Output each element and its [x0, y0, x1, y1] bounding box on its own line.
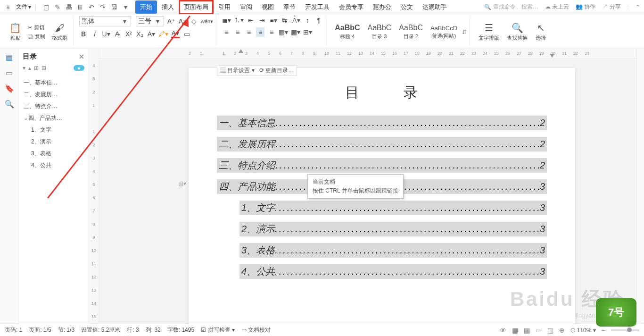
toc-entry[interactable]: 4、公共 ...................................… [239, 264, 547, 279]
writing-dir-icon[interactable]: Ả▾ [292, 17, 300, 24]
outline-item[interactable]: 1、文字 [21, 124, 86, 136]
shading-icon[interactable]: ▦▾ [279, 28, 288, 36]
borders-icon[interactable]: ▦▾ [291, 28, 300, 36]
paste-button[interactable]: 📋 粘贴 [7, 20, 24, 43]
insert-here-button[interactable]: ▤▾ [178, 180, 186, 187]
status-line[interactable]: 行: 3 [127, 326, 139, 334]
redo-icon[interactable]: ↷ [99, 3, 107, 11]
italic-icon[interactable]: I [91, 30, 99, 38]
outline-item[interactable]: ⌄四、产品功… [21, 112, 86, 124]
view-outline-icon[interactable]: ▤ [524, 327, 530, 334]
underline-icon[interactable]: U▾ [102, 30, 110, 38]
find-replace-button[interactable]: 🔍查找替换 [504, 20, 530, 43]
new-icon[interactable]: ▢ [42, 3, 50, 11]
status-col[interactable]: 列: 32 [146, 326, 161, 334]
align-right-icon[interactable]: ≡ [245, 28, 253, 36]
open-icon[interactable]: ✎ [53, 3, 62, 11]
outline-rail-icon[interactable]: ▤ [6, 53, 13, 62]
style-toc3[interactable]: AaBbC目录 3 [365, 23, 395, 41]
status-page[interactable]: 页面: 1/5 [29, 326, 51, 334]
nav-rail-icon[interactable]: ▭ [6, 68, 13, 77]
ruler-vertical[interactable]: 4321123456789101112131415 [89, 49, 99, 324]
distribute-icon[interactable]: ≡ [267, 28, 276, 36]
tab-insert[interactable]: 插入 [157, 0, 179, 14]
phonetic-icon[interactable]: wén▾ [201, 18, 213, 25]
tabs-icon[interactable]: ↹ [281, 17, 289, 24]
outline-item[interactable]: 三、特点介… [21, 101, 86, 112]
line-spacing-icon[interactable]: ≡▾ [269, 17, 278, 24]
view-fullwidth-icon[interactable]: ▥ [547, 327, 553, 334]
toc-entry[interactable]: 一、基本信息 .................................… [217, 116, 547, 130]
bullets-icon[interactable]: ≣▾ [222, 17, 231, 24]
cloud-btn[interactable]: ☁ 未上云 [545, 3, 569, 11]
para-marks-icon[interactable]: ¶ [314, 17, 323, 24]
copy-button[interactable]: ⿻复制 [26, 33, 47, 41]
status-setting[interactable]: 设置值: 5.2厘米 [81, 326, 120, 334]
status-page-no[interactable]: 页码: 1 [5, 326, 22, 334]
sort-icon[interactable]: ↕ [303, 17, 312, 24]
view-web-icon[interactable]: ▭ [536, 327, 542, 334]
ruler-horizontal[interactable]: 2112345678910111213141516171819202122232… [99, 49, 636, 59]
tab-huioffice[interactable]: 慧办公 [368, 0, 396, 14]
file-menu[interactable]: 文件 ▾ [14, 3, 33, 11]
zoom-level[interactable]: ⬡ 110% ▾ [570, 327, 595, 334]
zoom-slider[interactable] [611, 329, 639, 331]
bold-icon[interactable]: B [79, 30, 88, 38]
text-effect-icon[interactable]: A▾ [147, 30, 156, 38]
strikethrough-icon[interactable]: A̶ [113, 30, 122, 38]
toc-update-button[interactable]: ⟳ 更新目录… [259, 67, 294, 75]
tab-view[interactable]: 视图 [257, 0, 279, 14]
outline-item[interactable]: 2、演示 [21, 136, 86, 148]
close-icon[interactable]: ✕ [79, 53, 84, 60]
tab-references[interactable]: 引用 [214, 0, 235, 14]
format-painter-button[interactable]: 🖌 格式刷 [49, 21, 70, 43]
grow-font-icon[interactable]: A⁺ [167, 17, 175, 25]
print-icon[interactable]: 🖶 [65, 3, 73, 11]
status-section[interactable]: 节: 1/3 [58, 326, 74, 334]
superscript-icon[interactable]: X² [124, 30, 133, 38]
save-icon[interactable]: 🖫 [110, 3, 118, 11]
print-preview-icon[interactable]: 🗎 [76, 3, 84, 11]
toc-entry[interactable]: 3、表格 ...................................… [239, 243, 547, 258]
text-arrange-button[interactable]: ☰文字排版 [476, 20, 502, 43]
highlight-icon[interactable]: 🖍▾ [158, 30, 168, 38]
undo-icon[interactable]: ↶ [87, 3, 96, 11]
outline-item[interactable]: 一、基本信… [21, 77, 86, 89]
justify-icon[interactable]: ≡ [256, 27, 264, 37]
align-center-icon[interactable]: ≡ [233, 28, 242, 36]
menu-chevron-icon[interactable]: ⌃ [636, 4, 640, 10]
status-proof[interactable]: ▭ 文档校对 [241, 326, 271, 334]
remove-level-icon[interactable]: ⊟ [41, 65, 46, 71]
view-print-icon[interactable]: ▦ [512, 327, 518, 334]
style-toc2[interactable]: AaBbC目录 2 [396, 23, 426, 41]
tab-member[interactable]: 会员专享 [334, 0, 368, 14]
tab-start[interactable]: 开始 [135, 0, 157, 14]
collab-btn[interactable]: 👥 协作 [576, 3, 595, 11]
toc-entry[interactable]: 1、文字 ...................................… [239, 201, 547, 215]
select-button[interactable]: ↖选择 [532, 20, 549, 43]
toc-entry[interactable]: 三、特点介绍 .................................… [217, 158, 547, 173]
bookmark-rail-icon[interactable]: 🔖 [5, 84, 14, 93]
outline-item[interactable]: 二、发展历… [21, 89, 86, 101]
style-normal-web[interactable]: AaBbCcD普通(网站) [428, 24, 460, 41]
reading-mode-icon[interactable]: 👁 [500, 327, 506, 334]
tab-review[interactable]: 审阅 [235, 0, 257, 14]
align-left-icon[interactable]: ≡ [222, 28, 231, 36]
status-words[interactable]: 字数: 1495 [167, 326, 194, 334]
ruler-toggle-icon[interactable]: ⊕ [559, 327, 565, 334]
qat-more-icon[interactable]: ▾ [121, 3, 130, 11]
hamburger-icon[interactable]: ≡ [4, 3, 12, 11]
tab-daguan[interactable]: 达观助手 [418, 0, 452, 14]
add-level-icon[interactable]: ⊞ [34, 65, 39, 71]
style-heading4[interactable]: AaBbC标题 4 [332, 23, 363, 41]
share-btn[interactable]: ↗ 分享 [602, 3, 620, 11]
font-name-select[interactable]: 黑体▾ [79, 16, 131, 26]
styles-more-icon[interactable]: ⇵ [462, 29, 467, 35]
toc-settings-button[interactable]: ▤ 目录设置 ▾ [220, 67, 255, 75]
tab-gongwen[interactable]: 公文 [396, 0, 418, 14]
tab-devtools[interactable]: 开发工具 [300, 0, 334, 14]
outline-pill[interactable]: ● [74, 65, 84, 71]
expand-all-icon[interactable]: ▾ [23, 65, 25, 71]
command-search[interactable]: 🔍 查找命令、搜索… [484, 3, 538, 11]
status-spellcheck[interactable]: ☑ 拼写检查 ▾ [201, 326, 235, 334]
